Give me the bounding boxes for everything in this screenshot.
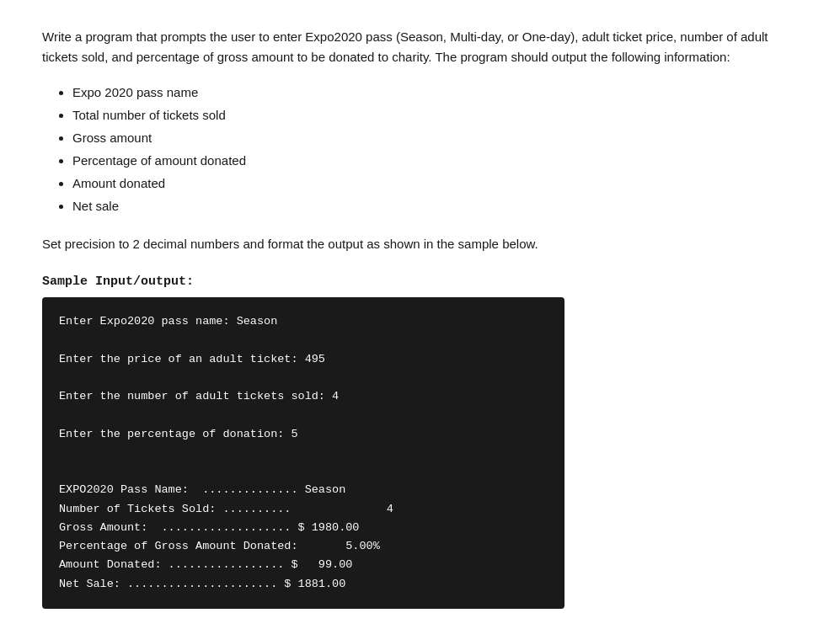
list-item: Net sale <box>72 195 798 217</box>
list-item: Percentage of amount donated <box>72 149 798 172</box>
bullet-list: Expo 2020 pass name Total number of tick… <box>72 81 798 217</box>
list-item: Total number of tickets sold <box>72 104 798 126</box>
list-item: Expo 2020 pass name <box>72 81 798 104</box>
list-item: Amount donated <box>72 172 798 195</box>
description-text: Write a program that prompts the user to… <box>42 27 798 67</box>
precision-note: Set precision to 2 decimal numbers and f… <box>42 234 798 254</box>
list-item: Gross amount <box>72 126 798 149</box>
terminal-output: Enter Expo2020 pass name: Season Enter t… <box>42 297 564 609</box>
sample-heading: Sample Input/output: <box>42 275 798 289</box>
